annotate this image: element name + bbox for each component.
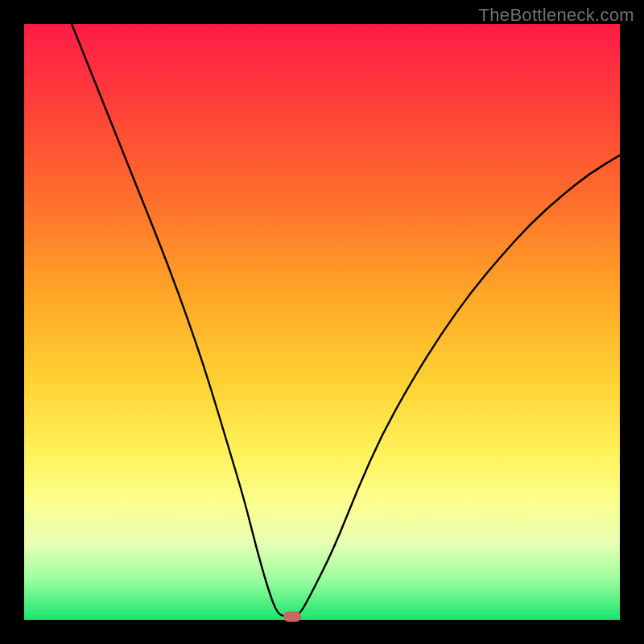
curve-svg	[24, 24, 620, 620]
bottleneck-curve	[72, 24, 620, 617]
watermark-text: TheBottleneck.com	[479, 5, 634, 26]
plot-area	[24, 24, 620, 620]
optimal-point-marker	[283, 612, 301, 622]
chart-frame: TheBottleneck.com	[0, 0, 644, 644]
